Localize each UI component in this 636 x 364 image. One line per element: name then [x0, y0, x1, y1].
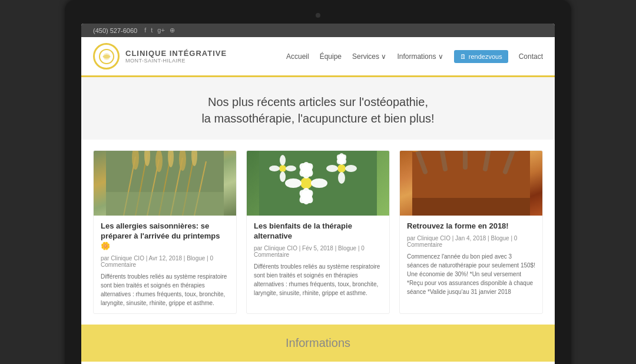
- svg-point-37: [280, 171, 286, 182]
- article-3-meta: par Clinique CIO | Jan 4, 2018 | Blogue …: [407, 235, 535, 248]
- gplus-icon[interactable]: g+: [157, 27, 165, 34]
- webcam: [316, 13, 320, 18]
- logo-text: CLINIQUE INTÉGRATIVE Mont-Saint-Hilaire: [125, 49, 227, 64]
- svg-point-39: [286, 166, 296, 171]
- svg-point-31: [326, 165, 338, 172]
- svg-point-32: [345, 165, 357, 172]
- rdv-icon: 🗓: [460, 53, 466, 60]
- wheat-svg: [106, 151, 224, 216]
- article-card-3: Retrouvez la forme en 2018! par Clinique…: [399, 150, 543, 314]
- logo-svg: [98, 48, 115, 65]
- svg-rect-48: [463, 151, 468, 170]
- article-card-1: Les allergies saisonnières: se préparer …: [93, 150, 237, 314]
- article-3-body: Retrouvez la forme en 2018! par Clinique…: [400, 216, 542, 302]
- nav-rdv[interactable]: 🗓 rendezvous: [454, 50, 508, 63]
- article-2-excerpt: Différents troubles reliés au système re…: [254, 262, 382, 297]
- article-1-excerpt: Différents troubles reliés au système re…: [101, 272, 229, 307]
- nav-services[interactable]: Services ∨: [352, 52, 386, 61]
- svg-point-30: [338, 172, 345, 184]
- top-bar: (450) 527-6060 f t g+ ⊕: [81, 24, 555, 37]
- article-1-meta: par Clinique CIO | Avr 12, 2018 | Blogue…: [101, 255, 229, 268]
- rdv-label: rendezvous: [469, 53, 502, 60]
- rss-icon[interactable]: ⊕: [170, 27, 175, 34]
- hero-section: Nos plus récents articles sur l'ostéopat…: [81, 77, 555, 140]
- site-header: CLINIQUE INTÉGRATIVE Mont-Saint-Hilaire …: [81, 37, 555, 77]
- svg-point-22: [285, 178, 302, 188]
- nav-equipe[interactable]: Équipe: [320, 52, 342, 61]
- clinic-name: CLINIQUE INTÉGRATIVE: [125, 49, 227, 58]
- svg-point-19: [300, 177, 312, 189]
- spices-svg: [412, 151, 530, 216]
- screen-content: (450) 527-6060 f t g+ ⊕: [81, 24, 555, 364]
- svg-point-38: [269, 166, 280, 171]
- article-1-body: Les allergies saisonnières: se préparer …: [94, 216, 236, 313]
- nav-informations[interactable]: Informations ∨: [397, 52, 443, 61]
- logo-circle: [93, 43, 120, 70]
- article-2-image: [247, 151, 389, 216]
- hero-title-line2: la massothérapie, l'acupuncture et bien …: [201, 112, 434, 125]
- laptop-mockup: (450) 527-6060 f t g+ ⊕: [65, 0, 571, 364]
- svg-point-36: [280, 155, 286, 166]
- nav-contact[interactable]: Contact: [519, 52, 543, 61]
- informations-section: Informations: [81, 325, 555, 362]
- article-3-excerpt: Commencez l'année du bon pied avec 3 séa…: [407, 252, 535, 296]
- main-nav: Accueil Équipe Services ∨ Informations ∨…: [286, 50, 543, 63]
- social-icons: f t g+ ⊕: [144, 27, 175, 34]
- article-2-meta: par Clinique CIO | Fév 5, 2018 | Blogue …: [254, 245, 382, 258]
- hero-title: Nos plus récents articles sur l'ostéopat…: [93, 94, 543, 127]
- svg-point-28: [337, 164, 346, 173]
- articles-section: Les allergies saisonnières: se préparer …: [81, 140, 555, 325]
- article-2-body: Les bienfaits de la thérapie alternative…: [247, 216, 389, 303]
- info-cards-row: [81, 362, 555, 364]
- clinic-sub: Mont-Saint-Hilaire: [125, 58, 227, 64]
- article-1-title[interactable]: Les allergies saisonnières: se préparer …: [101, 221, 229, 252]
- daisy-svg: [259, 151, 377, 216]
- twitter-icon[interactable]: t: [151, 27, 153, 34]
- hero-title-line1: Nos plus récents articles sur l'ostéopat…: [208, 95, 428, 108]
- nav-accueil[interactable]: Accueil: [286, 52, 309, 61]
- article-1-image: [94, 151, 236, 216]
- svg-rect-58: [412, 198, 530, 216]
- article-3-image: [400, 151, 542, 216]
- facebook-icon[interactable]: f: [144, 27, 146, 34]
- article-2-title[interactable]: Les bienfaits de la thérapie alternative: [254, 221, 382, 241]
- screen-bezel: (450) 527-6060 f t g+ ⊕: [65, 0, 571, 364]
- informations-title: Informations: [93, 336, 543, 350]
- phone-number: (450) 527-6060: [93, 27, 137, 34]
- article-3-title[interactable]: Retrouvez la forme en 2018!: [407, 221, 535, 231]
- logo-area: CLINIQUE INTÉGRATIVE Mont-Saint-Hilaire: [93, 43, 227, 70]
- svg-point-35: [279, 165, 286, 172]
- article-card-2: Les bienfaits de la thérapie alternative…: [246, 150, 390, 314]
- svg-point-23: [311, 178, 327, 188]
- svg-rect-16: [106, 192, 224, 216]
